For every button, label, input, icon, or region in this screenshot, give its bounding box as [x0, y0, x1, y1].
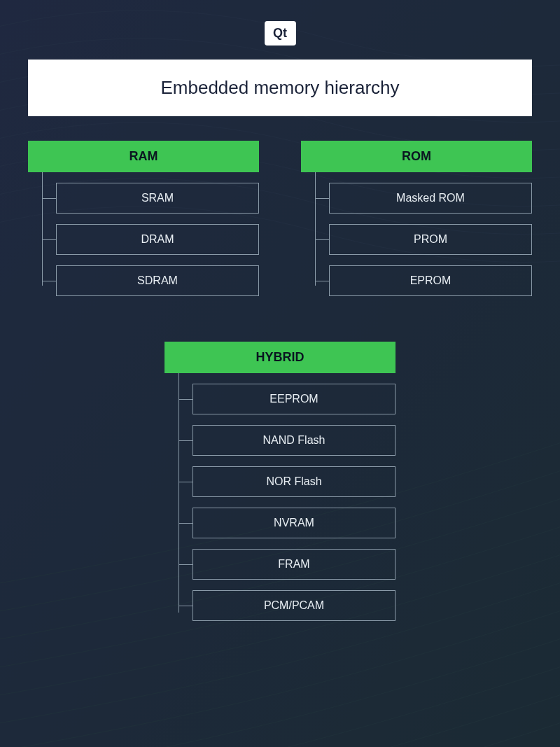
rom-header: ROM	[301, 141, 532, 172]
rom-item-eprom: EPROM	[329, 265, 532, 296]
hybrid-column: HYBRID EEPROM NAND Flash NOR Flash NVRAM…	[164, 342, 396, 631]
rom-item-prom: PROM	[329, 224, 532, 255]
hybrid-item-fram: FRAM	[192, 549, 396, 580]
hybrid-items: EEPROM NAND Flash NOR Flash NVRAM FRAM P…	[164, 384, 396, 621]
title-box: Embedded memory hierarchy	[28, 60, 532, 116]
ram-item-sram: SRAM	[56, 183, 259, 214]
rom-items: Masked ROM PROM EPROM	[301, 183, 532, 296]
bottom-row: HYBRID EEPROM NAND Flash NOR Flash NVRAM…	[28, 342, 532, 631]
tree-connector	[42, 172, 43, 286]
ram-header: RAM	[28, 141, 259, 172]
tree-connector	[315, 172, 316, 286]
hybrid-item-norflash: NOR Flash	[192, 466, 396, 497]
tree-connector	[178, 373, 179, 613]
qt-logo: Qt	[265, 21, 296, 46]
ram-item-sdram: SDRAM	[56, 265, 259, 296]
ram-items: SRAM DRAM SDRAM	[28, 183, 259, 296]
ram-column: RAM SRAM DRAM SDRAM	[28, 141, 259, 307]
hybrid-header: HYBRID	[164, 342, 396, 373]
hybrid-item-nandflash: NAND Flash	[192, 425, 396, 456]
top-row: RAM SRAM DRAM SDRAM ROM Masked ROM PROM …	[28, 141, 532, 307]
rom-item-maskedrom: Masked ROM	[329, 183, 532, 214]
diagram-content: Qt Embedded memory hierarchy RAM SRAM DR…	[0, 0, 560, 652]
ram-item-dram: DRAM	[56, 224, 259, 255]
rom-column: ROM Masked ROM PROM EPROM	[301, 141, 532, 307]
hybrid-item-eeprom: EEPROM	[192, 384, 396, 414]
hybrid-item-pcm: PCM/PCAM	[192, 590, 396, 621]
hybrid-item-nvram: NVRAM	[192, 508, 396, 538]
